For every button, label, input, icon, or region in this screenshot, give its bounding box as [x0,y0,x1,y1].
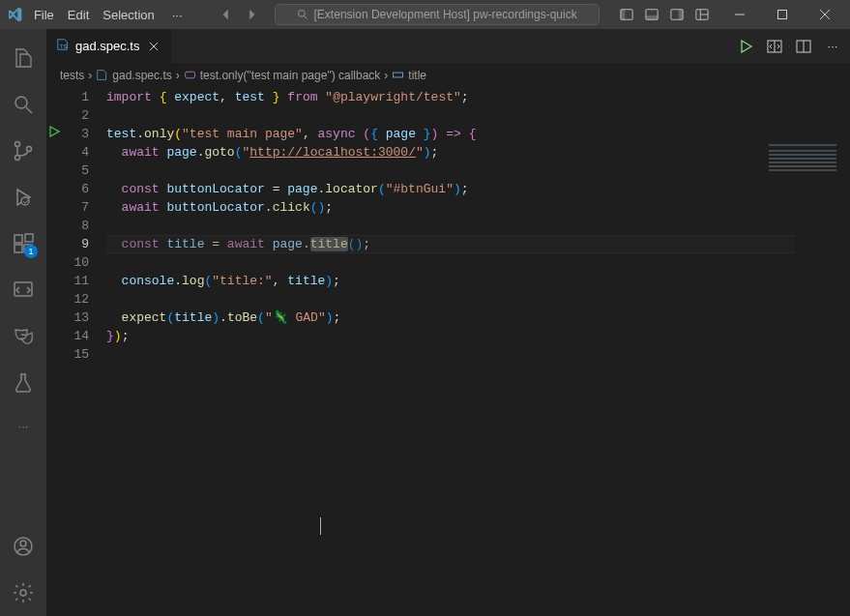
editor-tabs: TS gad.spec.ts ··· [46,29,850,63]
svg-point-28 [20,590,26,596]
close-icon[interactable] [146,39,161,54]
svg-point-0 [298,11,305,17]
layout-sidebar-left-icon[interactable] [615,3,638,26]
more-menus-icon[interactable]: ··· [165,8,190,22]
window-maximize-button[interactable] [763,0,802,29]
search-placeholder-text: [Extension Development Host] pw-recordin… [314,8,577,21]
tab-gad-spec[interactable]: TS gad.spec.ts [46,29,172,63]
run-file-icon[interactable] [736,37,755,56]
code-line[interactable] [106,161,850,180]
breadcrumb-part[interactable]: test.only("test main page") callback [200,69,381,82]
tab-label: gad.spec.ts [75,39,140,53]
chevron-right-icon: › [384,69,388,82]
menu-file[interactable]: File [27,8,61,22]
svg-line-16 [26,107,32,113]
more-actions-icon[interactable]: ··· [0,406,46,445]
text-cursor [320,517,321,535]
url-link[interactable]: http://localhost:3000/ [249,145,416,160]
breadcrumb-part[interactable]: title [408,69,426,82]
code-line[interactable]: await buttonLocator.click(); [106,198,850,217]
code-editor[interactable]: 123456789101112131415 import { expect, t… [46,86,850,616]
svg-point-19 [27,147,32,152]
explorer-icon[interactable] [0,35,46,81]
ts-file-icon [96,69,108,81]
run-debug-icon[interactable] [0,174,46,220]
svg-rect-37 [394,73,403,77]
code-line[interactable]: test.only("test main page", async ({ pag… [106,125,850,143]
menu-selection[interactable]: Selection [96,8,161,22]
ts-file-icon: TS [56,38,70,54]
split-diff-icon[interactable] [765,37,784,56]
code-line[interactable] [106,345,850,364]
source-control-icon[interactable] [0,128,46,174]
svg-point-18 [15,156,20,161]
svg-rect-36 [185,72,194,78]
breadcrumb-part[interactable]: gad.spec.ts [112,69,171,82]
code-line[interactable]: await page.goto("http://localhost:3000/"… [106,143,850,161]
code-line[interactable]: }); [106,327,850,345]
menu-edit[interactable]: Edit [61,8,96,22]
accounts-icon[interactable] [0,523,46,570]
layout-panel-bottom-icon[interactable] [640,3,663,26]
code-line[interactable] [106,290,850,308]
svg-point-27 [20,541,26,546]
svg-line-1 [304,16,307,19]
window-minimize-button[interactable] [721,0,760,29]
svg-rect-12 [778,11,787,19]
line-number-gutter: 123456789101112131415 [46,86,106,616]
svg-rect-5 [645,15,657,19]
code-line[interactable]: console.log("title:", title); [106,272,850,290]
svg-rect-7 [678,10,682,20]
breadcrumbs[interactable]: tests › gad.spec.ts › test.only("test ma… [46,63,850,86]
extensions-badge: 1 [24,245,38,258]
more-editor-actions-icon[interactable]: ··· [823,37,842,56]
code-line[interactable] [106,253,850,272]
svg-rect-24 [25,234,33,242]
svg-text:TS: TS [60,43,68,49]
layout-sidebar-right-icon[interactable] [665,3,689,26]
settings-gear-icon[interactable] [0,570,46,616]
svg-point-15 [15,97,27,108]
playwright-inspector-icon[interactable] [0,267,46,313]
search-icon[interactable] [0,81,46,128]
code-line[interactable]: const buttonLocator = page.locator("#btn… [106,180,850,198]
window-close-button[interactable] [806,0,844,29]
minimap[interactable] [769,144,836,183]
testing-masks-icon[interactable] [0,313,46,360]
variable-icon [392,69,404,81]
extensions-icon[interactable]: 1 [0,220,46,267]
code-content[interactable]: import { expect, test } from "@playwrigh… [106,86,850,616]
command-center-search[interactable]: [Extension Development Host] pw-recordin… [275,4,600,25]
svg-point-20 [21,197,29,205]
customize-layout-icon[interactable] [690,3,714,26]
nav-back-button[interactable] [215,3,238,26]
split-editor-icon[interactable] [794,37,813,56]
svg-rect-21 [15,235,22,243]
code-line[interactable]: import { expect, test } from "@playwrigh… [106,88,850,106]
editor-area: TS gad.spec.ts ··· tests › gad.spec.ts ›… [46,29,850,616]
code-line[interactable] [106,106,850,125]
method-icon [184,69,196,81]
activity-bar: 1 ··· [0,29,46,616]
titlebar: FileEditSelection ··· [Extension Develop… [0,0,850,29]
vertical-scrollbar[interactable] [836,143,850,616]
chevron-right-icon: › [88,69,92,82]
svg-rect-3 [620,10,624,20]
current-line-highlight [106,235,795,253]
vscode-logo-icon [6,6,23,23]
chevron-right-icon: › [176,69,180,82]
beaker-icon[interactable] [0,360,46,406]
code-line[interactable] [106,217,850,235]
breadcrumb-part[interactable]: tests [60,69,84,82]
code-line[interactable]: expect(title).toBe("🦎 GAD"); [106,308,850,327]
svg-point-17 [15,142,20,147]
svg-rect-22 [15,245,22,252]
nav-forward-button[interactable] [240,3,263,26]
